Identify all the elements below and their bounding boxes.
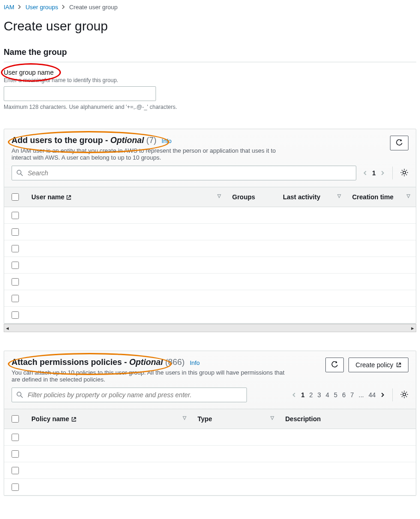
next-page-icon[interactable] (380, 391, 385, 399)
horizontal-scrollbar[interactable]: ◄ ► (4, 324, 416, 332)
select-all-users[interactable] (12, 193, 19, 201)
row-checkbox[interactable] (12, 278, 19, 286)
group-name-label: User group name (4, 69, 416, 76)
settings-button[interactable] (400, 390, 408, 400)
col-user-name[interactable]: User name ▽ (26, 187, 227, 207)
svg-point-0 (17, 170, 21, 174)
table-row[interactable] (4, 224, 416, 240)
chevron-right-icon (62, 4, 66, 11)
page-link[interactable]: 7 (350, 391, 354, 399)
add-users-desc: An IAM user is an entity that you create… (12, 147, 288, 161)
refresh-button[interactable] (325, 358, 344, 372)
page-link[interactable]: 6 (342, 391, 346, 399)
page-link[interactable]: 5 (334, 391, 337, 399)
attach-policies-panel: Attach permissions policies - Optional (… (4, 351, 416, 496)
attach-policies-title: Attach permissions policies - Optional (… (12, 358, 187, 367)
col-description[interactable]: Description (280, 409, 416, 429)
svg-point-5 (403, 393, 406, 396)
refresh-icon (331, 361, 338, 369)
table-row[interactable] (4, 207, 416, 224)
create-policy-button[interactable]: Create policy (348, 358, 408, 372)
breadcrumb: IAM User groups Create user group (4, 0, 416, 14)
prev-page-icon[interactable] (363, 169, 367, 177)
col-policy-name[interactable]: Policy name ▽ (26, 409, 192, 429)
table-row[interactable] (4, 274, 416, 290)
search-icon (17, 170, 23, 176)
svg-line-1 (21, 174, 23, 176)
breadcrumb-current: Create user group (69, 4, 118, 11)
info-link[interactable]: Info (190, 359, 200, 366)
table-row[interactable] (4, 429, 416, 446)
table-row[interactable] (4, 290, 416, 307)
row-checkbox[interactable] (12, 483, 19, 491)
divider (392, 167, 393, 179)
page-ellipsis: ... (359, 391, 364, 399)
table-row[interactable] (4, 462, 416, 479)
users-search[interactable] (12, 166, 356, 180)
breadcrumb-user-groups[interactable]: User groups (25, 4, 58, 11)
row-checkbox[interactable] (12, 434, 19, 441)
policies-pager: 1 2 3 4 5 6 7 ... 44 (253, 388, 408, 401)
svg-point-3 (17, 392, 21, 396)
users-pager: 1 (363, 167, 408, 179)
external-link-icon (66, 195, 72, 200)
gear-icon (400, 168, 408, 177)
row-checkbox[interactable] (12, 295, 19, 302)
next-page-icon[interactable] (380, 169, 385, 177)
name-group-heading: Name the group (4, 48, 416, 57)
policies-search-input[interactable] (27, 391, 242, 399)
page-link[interactable]: 3 (318, 391, 321, 399)
policies-search[interactable] (12, 388, 247, 402)
sort-icon: ▽ (217, 193, 221, 198)
table-row[interactable] (4, 307, 416, 323)
scroll-left-icon[interactable]: ◄ (5, 326, 10, 331)
page-number: 1 (372, 169, 376, 177)
redacted-content (26, 429, 416, 446)
row-checkbox[interactable] (12, 212, 19, 219)
table-row[interactable] (4, 446, 416, 462)
svg-point-2 (403, 171, 406, 174)
page-link[interactable]: 1 (301, 391, 305, 399)
prev-page-icon[interactable] (292, 391, 296, 399)
row-checkbox[interactable] (12, 311, 19, 319)
info-link[interactable]: Info (162, 137, 172, 144)
row-checkbox[interactable] (12, 245, 19, 252)
settings-button[interactable] (400, 168, 408, 178)
external-link-icon (396, 362, 402, 368)
page-title: Create user group (4, 19, 416, 34)
page-link[interactable]: 4 (326, 391, 330, 399)
row-checkbox[interactable] (12, 262, 19, 269)
select-all-policies[interactable] (12, 415, 19, 423)
group-name-input[interactable] (4, 86, 156, 101)
row-checkbox[interactable] (12, 450, 19, 458)
col-groups[interactable]: Groups (227, 187, 277, 207)
svg-line-4 (21, 396, 23, 398)
users-search-input[interactable] (27, 169, 351, 177)
row-checkbox[interactable] (12, 228, 19, 236)
divider (4, 62, 416, 62)
row-checkbox[interactable] (12, 467, 19, 474)
divider (392, 388, 393, 401)
table-row[interactable] (4, 479, 416, 495)
group-name-hint: Maximum 128 characters. Use alphanumeric… (4, 104, 416, 110)
chevron-right-icon (18, 4, 22, 11)
table-row[interactable] (4, 257, 416, 274)
col-creation-time[interactable]: Creation time▽ (347, 187, 416, 207)
col-type[interactable]: Type▽ (192, 409, 280, 429)
redacted-content (26, 207, 416, 224)
external-link-icon (71, 417, 77, 422)
users-table: User name ▽ Groups Last activity▽ Creati… (4, 187, 416, 323)
col-last-activity[interactable]: Last activity▽ (277, 187, 347, 207)
page-link[interactable]: 2 (309, 391, 313, 399)
attach-policies-desc: You can attach up to 10 policies to this… (12, 369, 288, 383)
breadcrumb-iam[interactable]: IAM (4, 4, 14, 11)
scroll-right-icon[interactable]: ► (410, 326, 415, 331)
gear-icon (400, 390, 408, 399)
page-link[interactable]: 44 (368, 391, 376, 399)
policies-table: Policy name ▽ Type▽ Description (4, 409, 416, 495)
refresh-button[interactable] (390, 136, 408, 150)
add-users-panel: Add users to the group - Optional (7) In… (4, 129, 416, 324)
table-row[interactable] (4, 240, 416, 257)
group-name-help: Enter a meaningful name to identify this… (4, 77, 416, 84)
add-users-title: Add users to the group - Optional (7) (12, 136, 159, 145)
